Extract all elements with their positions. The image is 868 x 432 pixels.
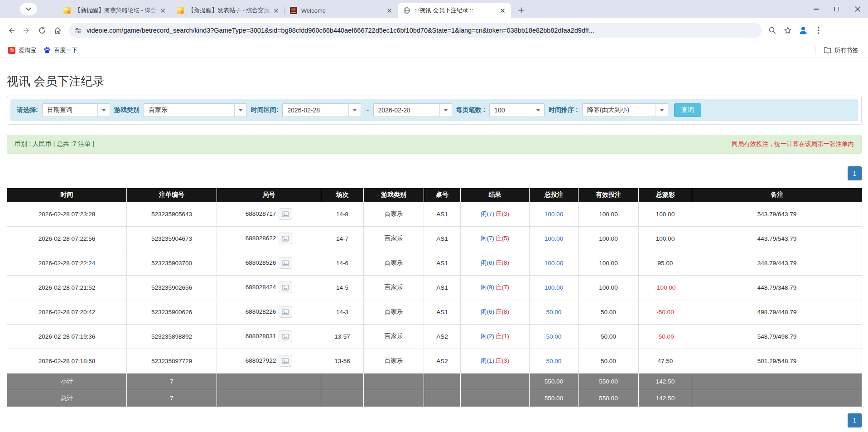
remark-cell: 348.79/443.79 — [692, 251, 862, 275]
tab-forum-2[interactable]: 【新提醒】发表帖子 - 综合交流 — [171, 3, 285, 18]
round-image-button[interactable] — [279, 233, 292, 244]
table-row: 2026-02-28 07:22:56 523235904673 6880286… — [7, 226, 862, 251]
total-bet-link[interactable]: 100.00 — [545, 284, 563, 291]
zoom-button[interactable] — [765, 23, 780, 38]
forward-icon — [23, 26, 31, 34]
total-bet-link[interactable]: 50.00 — [546, 333, 562, 340]
close-icon — [855, 6, 860, 12]
currency-summary: 币别 : 人民币 | 总共 :7 注单 | — [14, 140, 94, 148]
round-image-button[interactable] — [279, 257, 292, 269]
back-button[interactable] — [4, 23, 19, 38]
site-info-icon[interactable] — [74, 27, 82, 34]
total-bet-link[interactable]: 50.00 — [546, 358, 562, 364]
address-bar[interactable]: videoie.com/game/betrecord_search/kind3?… — [69, 23, 762, 38]
per-page-select[interactable]: 100 — [489, 103, 545, 117]
round-image-button[interactable] — [279, 208, 292, 220]
column-header-time: 时间 — [7, 188, 127, 202]
total-bet-link[interactable]: 100.00 — [545, 235, 563, 242]
total-row: 总计 7 550.00 550.00 142.50 — [7, 390, 862, 407]
maximize-button[interactable] — [826, 0, 847, 18]
home-button[interactable] — [50, 23, 65, 38]
range-separator: ~ — [365, 107, 369, 114]
round-number: 688028717 — [246, 210, 276, 217]
subtotal-total-bet: 550.00 — [530, 373, 579, 390]
tab-close-icon[interactable] — [499, 7, 506, 15]
total-total-bet: 550.00 — [530, 390, 579, 407]
tab-forum-1[interactable]: 【新提醒】海燕策略论坛 - 综合 — [58, 3, 171, 18]
bookmark-baidu[interactable]: 百度一下 — [40, 45, 81, 56]
column-header-round: 局号 — [217, 188, 321, 202]
profile-button[interactable] — [796, 23, 811, 38]
column-header-valid-bet: 有效投注 — [579, 188, 639, 202]
round-number: 688028031 — [246, 333, 276, 340]
table-no-cell: AS2 — [424, 324, 461, 349]
chevron-down-icon — [656, 104, 668, 116]
all-bookmarks-button[interactable]: 所有书签 — [820, 45, 862, 56]
page-1-button[interactable]: 1 — [848, 413, 862, 427]
round-cell: 688028226 — [217, 300, 321, 324]
search-button[interactable]: 查询 — [674, 103, 701, 117]
bookmark-label: 爱淘宝 — [19, 46, 36, 54]
total-bet-link[interactable]: 100.00 — [545, 260, 563, 267]
star-icon — [784, 26, 792, 34]
game-type-select[interactable]: 百家乐 — [144, 103, 247, 117]
round-image-button[interactable] — [279, 355, 292, 367]
total-bet-link[interactable]: 50.00 — [546, 309, 562, 316]
round-cell: 688028031 — [217, 324, 321, 349]
round-cell: 688028526 — [217, 251, 321, 275]
filter-panel: 请选择: 日期查询 游戏类别 百家乐 时间区间: 2026-02-28 ~ 20… — [7, 96, 862, 125]
round-image-button[interactable] — [279, 330, 292, 342]
subtotal-label: 小计 — [7, 373, 127, 390]
date-from-value: 2026-02-28 — [283, 107, 348, 114]
payout-cell: 100.00 — [639, 202, 692, 226]
forum-favicon-icon — [177, 7, 184, 14]
tab-close-icon[interactable] — [386, 7, 393, 15]
tab-title: 【新提醒】发表帖子 - 综合交流 — [188, 6, 272, 15]
total-valid-bet: 550.00 — [579, 390, 639, 407]
table-header-row: 时间 注单编号 局号 场次 游戏类别 桌号 结果 总投注 有效投注 总派彩 备注 — [7, 188, 862, 202]
banker-result: 庄(1) — [496, 333, 509, 340]
date-from-select[interactable]: 2026-02-28 — [282, 103, 361, 117]
filter-bar: 请选择: 日期查询 游戏类别 百家乐 时间区间: 2026-02-28 ~ 20… — [10, 99, 858, 121]
chevron-down-icon — [348, 104, 361, 116]
three-dots-icon — [818, 27, 820, 34]
tab-close-icon[interactable] — [272, 7, 280, 15]
chevron-down-icon — [439, 104, 452, 116]
menu-button[interactable] — [811, 23, 826, 38]
session-cell: 14-6 — [321, 251, 364, 275]
round-image-button[interactable] — [279, 306, 292, 318]
reload-button[interactable] — [34, 23, 50, 38]
column-header-result: 结果 — [461, 188, 530, 202]
sort-select[interactable]: 降幂(由大到小) — [582, 103, 668, 117]
query-type-select[interactable]: 日期查询 — [42, 103, 110, 117]
new-tab-button[interactable] — [515, 4, 527, 16]
table-no-cell: AS1 — [424, 251, 461, 275]
tab-welcome[interactable]: Welcome — [285, 3, 398, 18]
time-cell: 2026-02-28 07:20:42 — [7, 300, 127, 324]
round-cell: 688028424 — [217, 275, 321, 300]
plus-icon — [518, 7, 524, 13]
tab-bet-records-active[interactable]: :::视讯 会员下注纪录::: — [398, 3, 511, 18]
date-to-select[interactable]: 2026-02-28 — [373, 103, 452, 117]
bookmark-star-button[interactable] — [780, 23, 796, 38]
session-cell: 14-5 — [321, 275, 364, 300]
round-image-button[interactable] — [279, 282, 292, 293]
bookmark-taobao[interactable]: 淘 爱淘宝 — [5, 45, 40, 56]
forward-button[interactable] — [19, 23, 34, 38]
per-page-value: 100 — [490, 107, 532, 114]
subtotal-count: 7 — [127, 373, 217, 390]
game-cell: 百家乐 — [364, 202, 424, 226]
date-to-value: 2026-02-28 — [374, 107, 439, 114]
bet-id-cell: 523235898892 — [127, 324, 217, 349]
time-cell: 2026-02-28 07:21:52 — [7, 275, 127, 300]
remark-cell: 498.79/448.79 — [692, 300, 862, 324]
bet-id-cell: 523235902656 — [127, 275, 217, 300]
minimize-button[interactable] — [805, 0, 826, 18]
total-bet-cell: 100.00 — [530, 202, 579, 226]
total-bet-link[interactable]: 100.00 — [545, 211, 563, 218]
tab-close-icon[interactable] — [159, 7, 167, 15]
page-1-button[interactable]: 1 — [848, 166, 862, 180]
close-window-button[interactable] — [847, 0, 868, 18]
tab-search-button[interactable] — [20, 3, 37, 15]
round-cell: 688027922 — [217, 349, 321, 373]
